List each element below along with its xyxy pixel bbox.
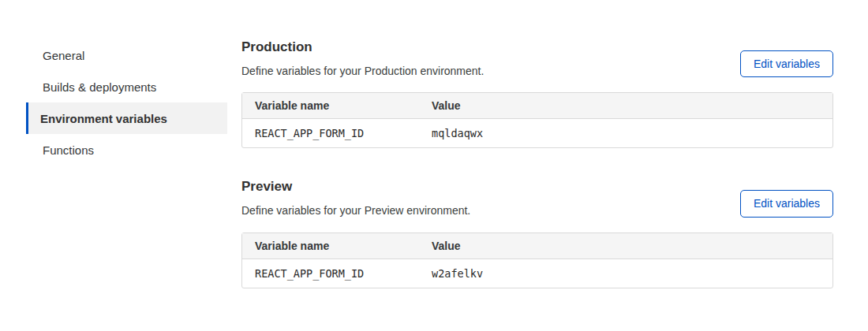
sidebar-item-builds-deployments[interactable]: Builds & deployments — [26, 71, 227, 102]
edit-variables-button-production[interactable]: Edit variables — [740, 50, 833, 78]
sidebar-item-label: Environment variables — [40, 112, 167, 125]
production-description: Define variables for your Production env… — [241, 65, 484, 78]
column-header-value: Value — [419, 93, 832, 119]
sidebar-item-functions[interactable]: Functions — [26, 134, 227, 166]
table-header-row: Variable name Value — [242, 93, 832, 119]
production-section: Production Define variables for your Pro… — [241, 39, 833, 148]
production-section-header: Production Define variables for your Pro… — [241, 39, 833, 77]
sidebar-item-label: General — [43, 49, 84, 62]
edit-variables-button-preview[interactable]: Edit variables — [740, 190, 833, 218]
sidebar-item-label: Functions — [43, 143, 94, 157]
preview-section-header: Preview Define variables for your Previe… — [241, 179, 833, 217]
variable-name-cell: REACT_APP_FORM_ID — [242, 259, 419, 288]
table-header-row: Variable name Value — [242, 233, 832, 259]
sidebar-item-general[interactable]: General — [26, 39, 227, 71]
settings-sidebar: General Builds & deployments Environment… — [26, 39, 227, 166]
column-header-variable-name: Variable name — [242, 233, 419, 259]
production-title: Production — [241, 39, 484, 55]
table-row: REACT_APP_FORM_ID mqldaqwx — [242, 119, 832, 147]
table-row: REACT_APP_FORM_ID w2afelkv — [242, 259, 832, 288]
variable-value-cell: w2afelkv — [419, 259, 832, 288]
environment-variables-settings-page: General Builds & deployments Environment… — [0, 0, 868, 288]
settings-content: Production Define variables for your Pro… — [241, 39, 833, 288]
sidebar-item-environment-variables[interactable]: Environment variables — [26, 102, 227, 134]
preview-section: Preview Define variables for your Previe… — [241, 179, 833, 288]
preview-section-text: Preview Define variables for your Previe… — [241, 179, 470, 217]
production-variables-table: Variable name Value REACT_APP_FORM_ID mq… — [241, 92, 833, 148]
column-header-variable-name: Variable name — [242, 93, 419, 119]
variable-name-cell: REACT_APP_FORM_ID — [242, 119, 419, 147]
variable-value-cell: mqldaqwx — [419, 119, 832, 147]
sidebar-item-label: Builds & deployments — [43, 80, 156, 94]
preview-variables-table: Variable name Value REACT_APP_FORM_ID w2… — [241, 232, 833, 288]
preview-title: Preview — [241, 179, 470, 195]
preview-description: Define variables for your Preview enviro… — [241, 204, 470, 218]
production-section-text: Production Define variables for your Pro… — [241, 39, 484, 77]
column-header-value: Value — [419, 233, 832, 259]
